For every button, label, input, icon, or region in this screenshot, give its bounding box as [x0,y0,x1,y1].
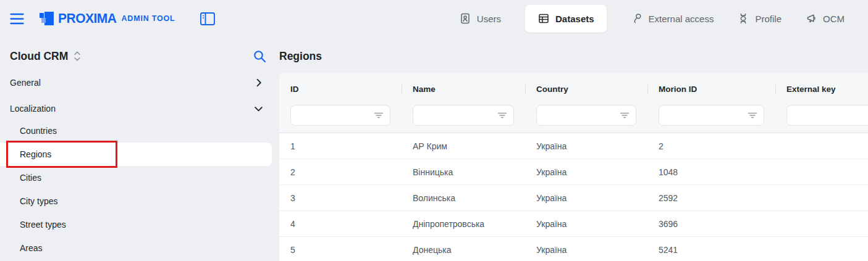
filter-cell-country [525,105,647,126]
dataset-title: Cloud CRM [10,50,68,63]
sidebar-item-city-types[interactable]: City types [0,189,272,213]
cell-country: Україна [525,193,647,203]
main-content: Regions IDNameCountryMorion IDExternal k… [279,37,868,261]
sidebar-section-general[interactable]: General [0,70,272,96]
table-row[interactable]: 5ДонецькаУкраїна5241 [279,237,868,261]
cell-name: Дніпропетровська [402,219,525,229]
cell-name: Вінницька [402,167,525,177]
column-header-country[interactable]: Country [525,84,647,95]
table-row[interactable]: 2ВінницькаУкраїна1048 [279,159,868,185]
sidebar-item-street-types[interactable]: Street types [0,213,272,236]
cell-id: 4 [279,219,402,229]
dna-icon [737,12,749,25]
cell-name: Донецька [402,245,525,255]
cell-country: Україна [525,219,647,229]
id-card-icon [459,12,471,25]
cell-id: 3 [279,193,402,203]
regions-table: IDNameCountryMorion IDExternal key 1АР К… [279,73,868,261]
megaphone-icon [805,12,817,25]
column-header-external-key[interactable]: External key [775,84,868,95]
dataset-switcher-icon[interactable] [74,51,81,62]
table-row[interactable]: 4ДніпропетровськаУкраїна3696 [279,211,868,237]
key-icon [631,12,643,25]
cell-morion-id: 5241 [647,245,775,255]
sidebar-item-label: Cities [20,173,41,183]
panel-toggle-icon[interactable] [200,12,216,26]
sidebar-item-regions[interactable]: Regions [0,143,272,166]
filter-box [290,105,390,126]
nav-item-label: Profile [755,14,782,24]
nav-item-external-access[interactable]: External access [631,12,714,25]
table-header: IDNameCountryMorion IDExternal key [279,73,868,133]
filter-input-morion-id[interactable] [659,105,764,126]
cell-name: АР Крим [402,141,525,151]
filter-input-id[interactable] [290,105,390,126]
filter-cell-morion-id [647,105,775,126]
filter-cell-id [279,105,402,126]
cell-morion-id: 3696 [647,219,775,229]
section-label: General [10,78,41,88]
filter-box [786,105,868,126]
section-label: Localization [10,104,56,114]
nav-item-users[interactable]: Users [459,12,501,25]
sidebar-item-cities[interactable]: Cities [0,166,272,189]
table-body: 1АР КримУкраїна22ВінницькаУкраїна10483Во… [279,133,868,261]
nav-item-label: Users [477,14,501,24]
cell-morion-id: 2 [647,141,775,151]
topbar: PROXIMA ADMIN TOOL UsersDatasetsExternal… [0,0,868,37]
cell-morion-id: 2592 [647,193,775,203]
chevron-right-icon [255,78,263,87]
brand-name: PROXIMA [58,10,117,26]
filter-input-external-key[interactable] [786,105,868,126]
sidebar-item-label: City types [20,196,57,206]
nav-item-label: External access [649,14,714,24]
filter-input-country[interactable] [536,105,636,126]
filter-row [279,105,868,126]
sidebar-item-label: Regions [20,149,51,159]
filter-box [536,105,636,126]
cell-id: 1 [279,141,402,151]
hamburger-menu-icon[interactable] [10,13,24,25]
filter-box [659,105,764,126]
sidebar-item-countries[interactable]: Countries [0,119,272,143]
filter-cell-name [402,105,525,126]
sidebar-item-label: Areas [20,243,43,253]
cell-morion-id: 1048 [647,167,775,177]
column-header-row: IDNameCountryMorion IDExternal key [279,84,868,95]
nav-item-datasets[interactable]: Datasets [525,4,607,33]
sidebar: Cloud CRM GeneralLocalizationCountriesRe… [0,37,272,261]
nav-item-ocm[interactable]: OCM [805,12,845,25]
filter-cell-external-key [775,105,868,126]
cell-id: 5 [279,245,402,255]
proxima-logo[interactable]: PROXIMA ADMIN TOOL [39,11,175,26]
cell-country: Україна [525,141,647,151]
sidebar-item-label: Countries [20,126,57,136]
sidebar-sublist-localization: CountriesRegionsCitiesCity typesStreet t… [0,119,272,260]
table-row[interactable]: 1АР КримУкраїна2 [279,133,868,159]
top-navigation: UsersDatasetsExternal accessProfileOCM [459,4,845,33]
filter-input-name[interactable] [413,105,514,126]
chevron-down-icon [254,104,263,114]
cell-id: 2 [279,167,402,177]
cell-name: Волинська [402,193,525,203]
sidebar-item-areas[interactable]: Areas [0,236,272,260]
nav-item-profile[interactable]: Profile [737,12,782,25]
table-icon [537,12,550,25]
nav-item-label: Datasets [555,14,594,24]
page-title: Regions [279,50,868,63]
cell-country: Україна [525,245,647,255]
sidebar-nav: GeneralLocalizationCountriesRegionsCitie… [0,70,272,260]
sidebar-section-localization[interactable]: Localization [0,96,272,122]
sidebar-item-label: Street types [20,220,66,230]
cell-country: Україна [525,167,647,177]
table-row[interactable]: 3ВолинськаУкраїна2592 [279,185,868,211]
filter-box [413,105,514,126]
sidebar-header: Cloud CRM [10,45,267,67]
column-header-id[interactable]: ID [279,84,402,95]
search-icon[interactable] [253,49,267,64]
proxima-logo-mark [39,11,54,26]
column-header-morion-id[interactable]: Morion ID [647,84,775,95]
brand-suffix: ADMIN TOOL [122,14,175,23]
column-header-name[interactable]: Name [402,84,525,95]
nav-item-label: OCM [823,14,845,24]
